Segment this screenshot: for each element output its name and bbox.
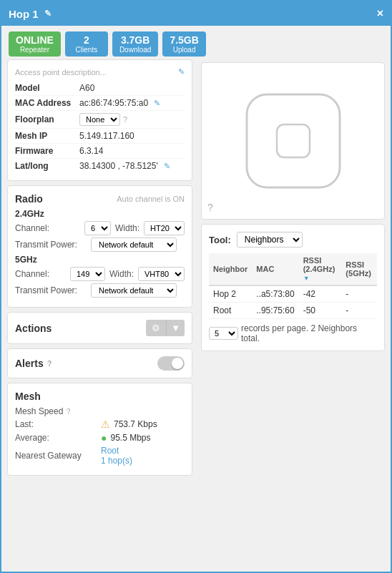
alerts-card: Alerts ?	[7, 348, 192, 378]
close-button[interactable]: ×	[377, 7, 383, 20]
band-5-title: 5GHz	[15, 255, 185, 265]
device-help-icon[interactable]: ?	[207, 202, 213, 213]
ap-row-latlong: Lat/long 38.14300 , -78.5125' ✎	[15, 159, 185, 173]
power-24-label: Transmit Power:	[15, 240, 87, 250]
table-row: Hop 2 ..a5:73:80 -42 -	[209, 285, 377, 303]
power-24-select[interactable]: Network default	[91, 237, 177, 252]
avg-speed-icon: ●	[101, 432, 107, 444]
stats-row: ONLINE Repeater 2 Clients 3.7GB Download…	[1, 26, 391, 59]
mac-label: MAC Address	[15, 98, 79, 108]
radio-row-5-channel: Channel: 149 Width: VHT80	[15, 267, 185, 281]
mesh-title: Mesh	[15, 391, 185, 402]
mesh-speed-help-icon[interactable]: ?	[66, 407, 70, 416]
latlong-label: Lat/long	[15, 161, 79, 171]
actions-dropdown-button[interactable]: ▼	[166, 320, 185, 336]
left-panel: Access point description... ✎ Model A60 …	[1, 59, 198, 572]
right-panel: ? Tool: Neighbors Ping Traceroute Neighb…	[198, 59, 391, 572]
latlong-value: 38.14300 , -78.5125' ✎	[79, 161, 170, 171]
alerts-title: Alerts ?	[15, 358, 52, 369]
records-per-page-select[interactable]: 5 10 25	[209, 327, 238, 340]
power-5-select[interactable]: Network default	[91, 283, 177, 298]
floorplan-select[interactable]: None	[79, 113, 120, 126]
meship-label: Mesh IP	[15, 131, 79, 141]
col-mac: MAC	[252, 253, 298, 285]
mesh-speed-header-row: Mesh Speed ?	[15, 406, 185, 416]
channel-5-select[interactable]: 149	[70, 267, 105, 281]
latlong-edit-icon[interactable]: ✎	[164, 162, 170, 171]
mesh-average-label: Average:	[15, 433, 101, 443]
last-speed-icon: ⚠	[101, 418, 110, 430]
mesh-gateway-label: Nearest Gateway	[15, 451, 101, 461]
floorplan-help-icon[interactable]: ?	[123, 115, 127, 124]
online-badge: ONLINE Repeater	[9, 31, 61, 57]
table-header-row: Neighbor MAC RSSI (2.4GHz) ▼ RSSI (5GHz)	[209, 253, 377, 285]
model-label: Model	[15, 83, 79, 93]
cell-rssi-5: -	[341, 303, 377, 319]
radio-row-24-power: Transmit Power: Network default	[15, 237, 185, 252]
actions-header: Actions ⚙ ▼	[15, 320, 185, 336]
ap-row-mac: MAC Address ac:86:74:95:75:a0 ✎	[15, 96, 185, 111]
sort-icon-rssi24[interactable]: ▼	[303, 275, 310, 282]
gateway-link[interactable]: Root	[101, 446, 132, 456]
clients-badge: 2 Clients	[65, 31, 108, 57]
floorplan-value: None ?	[79, 113, 127, 126]
cell-rssi-24: -50	[299, 303, 342, 319]
neighbors-table: Neighbor MAC RSSI (2.4GHz) ▼ RSSI (5GHz)…	[209, 253, 377, 319]
device-svg	[236, 84, 351, 198]
model-value: A60	[79, 83, 94, 93]
cell-rssi-5: -	[341, 285, 377, 303]
mesh-card: Mesh Mesh Speed ? Last: ⚠ 753.7 Kbps Ave…	[7, 383, 192, 476]
width-24-label: Width:	[115, 223, 139, 233]
tool-card: Tool: Neighbors Ping Traceroute Neighbor…	[201, 224, 385, 351]
gateway-hops: 1 hop(s)	[101, 456, 132, 466]
width-24-select[interactable]: HT20	[144, 221, 185, 235]
auto-channel-label: Auto channel is ON	[117, 195, 185, 203]
ap-row-floorplan: Floorplan None ?	[15, 111, 185, 129]
band-24-title: 2.4GHz	[15, 209, 185, 219]
tool-label: Tool:	[209, 235, 231, 245]
width-5-select[interactable]: VHT80	[138, 267, 185, 281]
header-edit-icon[interactable]: ✎	[44, 9, 52, 19]
device-image-card: ?	[201, 62, 385, 220]
tool-select[interactable]: Neighbors Ping Traceroute	[237, 232, 303, 248]
actions-card: Actions ⚙ ▼	[7, 312, 192, 344]
mesh-last-label: Last:	[15, 419, 101, 429]
cell-neighbor: Hop 2	[209, 285, 252, 303]
power-5-label: Transmit Power:	[15, 285, 87, 295]
alerts-header: Alerts ?	[15, 356, 185, 371]
ap-description-edit-icon[interactable]: ✎	[178, 67, 185, 77]
channel-5-label: Channel:	[15, 269, 66, 279]
clients-value: 2	[84, 34, 89, 46]
mesh-last-value: ⚠ 753.7 Kbps	[101, 418, 157, 430]
toggle-knob	[172, 358, 183, 369]
records-total-text: records per page. 2 Neighbors total.	[241, 323, 377, 343]
radio-header: Radio Auto channel is ON	[15, 193, 185, 205]
mesh-speed-label: Mesh Speed ?	[15, 406, 101, 416]
mesh-average-row: Average: ● 95.5 Mbps	[15, 432, 185, 444]
alerts-toggle[interactable]	[157, 356, 185, 371]
alerts-help-icon[interactable]: ?	[47, 359, 52, 368]
firmware-value: 6.3.14	[79, 146, 103, 156]
actions-gear-button[interactable]: ⚙	[146, 320, 166, 336]
ap-row-firmware: Firmware 6.3.14	[15, 144, 185, 159]
download-badge: 3.7GB Download	[112, 31, 158, 57]
radio-title: Radio	[15, 193, 43, 205]
header: Hop 1 ✎ ×	[1, 1, 391, 26]
online-value: ONLINE	[16, 34, 54, 46]
online-label: Repeater	[20, 46, 49, 54]
table-footer: 5 10 25 records per page. 2 Neighbors to…	[209, 323, 377, 343]
channel-24-select[interactable]: 6	[84, 221, 111, 235]
actions-controls: ⚙ ▼	[146, 320, 185, 336]
radio-row-5-power: Transmit Power: Network default	[15, 283, 185, 298]
ap-card-header: Access point description... ✎	[15, 67, 185, 77]
cell-rssi-24: -42	[299, 285, 342, 303]
mesh-gateway-row: Nearest Gateway Root 1 hop(s)	[15, 446, 185, 466]
table-row: Root ..95:75:60 -50 -	[209, 303, 377, 319]
radio-row-24-channel: Channel: 6 Width: HT20	[15, 221, 185, 235]
ap-row-meship: Mesh IP 5.149.117.160	[15, 129, 185, 144]
hop-title: Hop 1	[9, 8, 39, 20]
access-point-card: Access point description... ✎ Model A60 …	[7, 59, 192, 181]
mac-edit-icon[interactable]: ✎	[154, 99, 160, 108]
mesh-gateway-value: Root 1 hop(s)	[101, 446, 132, 466]
meship-value: 5.149.117.160	[79, 131, 134, 141]
